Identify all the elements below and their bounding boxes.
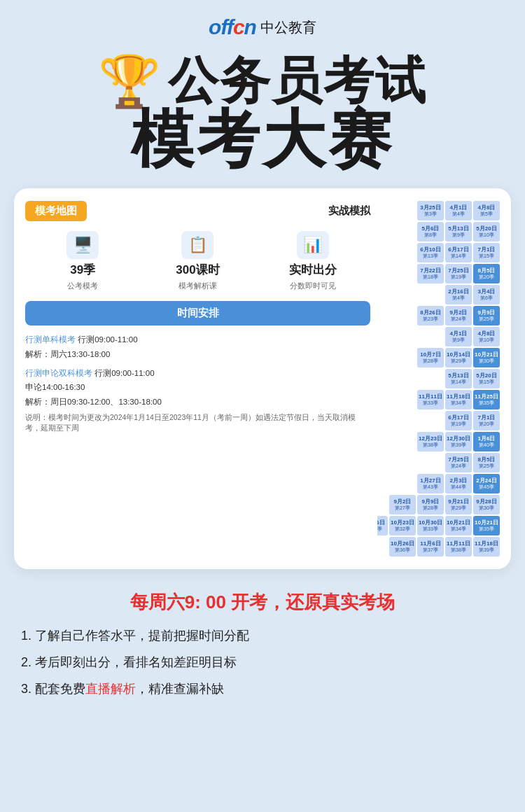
- calendar-cell[interactable]: 6月17日第14季: [445, 243, 472, 262]
- calendar-cell[interactable]: 3月25日第3季: [417, 201, 444, 220]
- schedule-link-2[interactable]: 行测申论双科模考: [25, 369, 92, 377]
- calendar-cell[interactable]: 10月21日第34季: [445, 516, 472, 536]
- calendar-row: 5月13日第14季5月20日第15季: [377, 369, 500, 388]
- bottom-section: 每周六9: 00 开考，还原真实考场 1. 了解自己作答水平，提前把握时间分配 …: [0, 583, 525, 718]
- calendar-cell[interactable]: 5月20日第10季: [473, 222, 500, 241]
- calendar-cell[interactable]: 7月1日第15季: [473, 243, 500, 262]
- calendar-row: 5月6日第8季5月13日第9季5月20日第10季: [377, 222, 500, 241]
- main-card: 模考地图 实战模拟 🖥️ 39季 公考模考 📋 300课时 模考解析课 📊 实时…: [14, 188, 511, 569]
- calendar-cell[interactable]: 9月2日第27季: [389, 495, 416, 514]
- feature-1-num: 1.: [21, 629, 31, 643]
- header: offcn 中公教育: [0, 0, 525, 46]
- calendar-cell[interactable]: 6月17日第19季: [445, 411, 472, 430]
- calendar-cell[interactable]: 4月1日第4季: [445, 201, 472, 220]
- schedule-rest-1: 行测09:00-11:00: [78, 335, 137, 344]
- schedule-item-2: 行测申论双科模考 行测09:00-11:00 申论14:00-16:30 解析：…: [25, 366, 370, 410]
- calendar-row: 12月23日第38季12月30日第39季1月6日第40季: [377, 432, 500, 451]
- calendar-cell[interactable]: 8月5日第25季: [473, 453, 500, 472]
- lessons-label: 模考解析课: [178, 281, 217, 291]
- calendar-cell[interactable]: 7月25日第24季: [445, 453, 472, 472]
- calendar-cell[interactable]: 11月18日第34季: [445, 390, 472, 410]
- calendar-cell[interactable]: 9月9日第25季: [473, 306, 500, 326]
- calendar-row: 2月16日第4季3月4日第6季: [377, 285, 500, 304]
- calendar-cell[interactable]: 2月3日第44季: [445, 474, 472, 493]
- calendar-cell[interactable]: 5月13日第9季: [445, 222, 472, 241]
- logo: offcn 中公教育: [209, 15, 316, 39]
- calendar-cell[interactable]: 6月10日第13季: [417, 243, 444, 262]
- calendar-cell[interactable]: 7月1日第20季: [473, 411, 500, 430]
- calendar-cell[interactable]: 1月6日第40季: [473, 432, 500, 451]
- calendar-cell[interactable]: 9月2日第24季: [445, 306, 472, 326]
- card-header: 模考地图 实战模拟: [25, 201, 370, 221]
- lessons-icon: 📋: [181, 231, 214, 259]
- calendar-cell[interactable]: 7月22日第18季: [417, 264, 444, 284]
- schedule-btn[interactable]: 时间安排: [25, 301, 370, 326]
- feature-2: 2. 考后即刻出分，看排名知差距明目标: [21, 654, 504, 671]
- calendar-cell[interactable]: 5月13日第14季: [445, 369, 472, 388]
- calendar-cell[interactable]: 5月20日第15季: [473, 369, 500, 388]
- calendar-cell[interactable]: 4月8日第5季: [473, 201, 500, 220]
- calendar-cell[interactable]: 12月30日第39季: [445, 432, 472, 451]
- calendar-cell[interactable]: 8月26日第23季: [417, 306, 444, 326]
- calendar-cell[interactable]: 2月24日第45季: [473, 474, 500, 493]
- calendar-grid: 3月25日第3季4月1日第4季4月8日第5季5月6日第8季5月13日第9季5月2…: [377, 201, 500, 556]
- feature-list: 1. 了解自己作答水平，提前把握时间分配 2. 考后即刻出分，看排名知差距明目标…: [21, 627, 504, 697]
- calendar-cell[interactable]: 11月11日第38季: [445, 537, 472, 556]
- calendar-cell[interactable]: 5月6日第8季: [417, 222, 444, 241]
- calendar-row: 4月1日第9季4月8日第10季: [377, 327, 500, 346]
- feature-3: 3. 配套免费直播解析，精准查漏补缺: [21, 680, 504, 697]
- calendar-cell[interactable]: 9月9日第28季: [417, 495, 444, 514]
- calendar-cell[interactable]: 8月5日第20季: [473, 264, 500, 284]
- calendar-row: 10月26日第36季11月6日第37季11月11日第38季11月18日第39季: [377, 537, 500, 556]
- calendar-cell[interactable]: 9月16日第31季: [377, 516, 388, 536]
- schedule-rest-1b: 解析：周六13:30-18:00: [25, 350, 110, 358]
- hero-section: 🏆 公务员考试 模考大赛: [0, 46, 525, 188]
- stat-lessons: 📋 300课时 模考解析课: [140, 231, 255, 291]
- calendar-cell[interactable]: 3月4日第6季: [473, 285, 500, 304]
- calendar-cell[interactable]: 10月23日第32季: [389, 516, 416, 536]
- calendar-cell[interactable]: 2月16日第4季: [445, 285, 472, 304]
- calendar-cell[interactable]: 10月21日第30季: [473, 348, 500, 368]
- feature-3-before: 配套免费: [35, 682, 85, 696]
- calendar-row: 1月27日第43季2月3日第44季2月24日第45季: [377, 474, 500, 493]
- calendar-cell[interactable]: 4月1日第9季: [445, 327, 472, 346]
- calendar-cell[interactable]: 10月7日第28季: [417, 348, 444, 368]
- simulation-label: 实战模拟: [328, 204, 370, 218]
- schedule-note: 说明：模考时间为更改为2024年1月14日至2023年11月（考前一周）如遇法定…: [25, 412, 370, 435]
- hero-title1: 公务员考试: [168, 53, 427, 108]
- calendar-cell[interactable]: 10月14日第29季: [445, 348, 472, 368]
- calendar-cell[interactable]: 7月25日第19季: [445, 264, 472, 284]
- calendar-cell[interactable]: 9月28日第30季: [473, 495, 500, 514]
- calendar-cell[interactable]: 11月11日第33季: [417, 390, 444, 410]
- schedule-rest-2c: 解析：周日09:30-12:00、13:30-18:00: [25, 398, 162, 406]
- calendar-cell[interactable]: 10月30日第33季: [417, 516, 444, 536]
- calendar-cell[interactable]: 1月27日第43季: [417, 474, 444, 493]
- calendar-cell[interactable]: 11月18日第39季: [473, 537, 500, 556]
- feature-2-num: 2.: [21, 655, 31, 669]
- calendar-cell[interactable]: 11月25日第35季: [473, 390, 500, 410]
- hero-title2: 模考大赛: [28, 105, 497, 174]
- calendar-cell[interactable]: 9月21日第29季: [445, 495, 472, 514]
- calendar-row: 10月7日第28季10月14日第29季10月21日第30季: [377, 348, 500, 368]
- calendar-cell[interactable]: 12月23日第38季: [417, 432, 444, 451]
- calendar-row: 6月10日第13季6月17日第14季7月1日第15季: [377, 243, 500, 262]
- bottom-highlight: 每周六9: 00 开考，还原真实考场: [21, 590, 504, 615]
- feature-3-link[interactable]: 直播解析: [85, 682, 136, 696]
- schedule-link-1[interactable]: 行测单科模考: [25, 335, 76, 344]
- schedule-details: 行测单科模考 行测09:00-11:00 解析：周六13:30-18:00 行测…: [25, 332, 370, 434]
- score-icon: 📊: [297, 231, 329, 259]
- logo-offcn: offcn: [209, 15, 256, 39]
- calendar-row: 3月25日第3季4月1日第4季4月8日第5季: [377, 201, 500, 220]
- map-badge: 模考地图: [25, 201, 87, 221]
- calendar-cell[interactable]: 4月8日第10季: [473, 327, 500, 346]
- stats-row: 🖥️ 39季 公考模考 📋 300课时 模考解析课 📊 实时出分 分数即时可见: [25, 231, 370, 291]
- feature-2-text: 考后即刻出分，看排名知差距明目标: [35, 655, 237, 669]
- stat-season: 🖥️ 39季 公考模考: [25, 231, 140, 291]
- card-left: 模考地图 实战模拟 🖥️ 39季 公考模考 📋 300课时 模考解析课 📊 实时…: [25, 201, 370, 556]
- calendar-cell[interactable]: 11月6日第37季: [417, 537, 444, 556]
- calendar-row: 7月22日第18季7月25日第19季8月5日第20季: [377, 264, 500, 284]
- calendar-cell[interactable]: 10月26日第36季: [389, 537, 416, 556]
- calendar-row: 7月25日第24季8月5日第25季: [377, 453, 500, 472]
- season-number: 39季: [70, 262, 95, 278]
- calendar-cell[interactable]: 10月21日第35季: [473, 516, 500, 536]
